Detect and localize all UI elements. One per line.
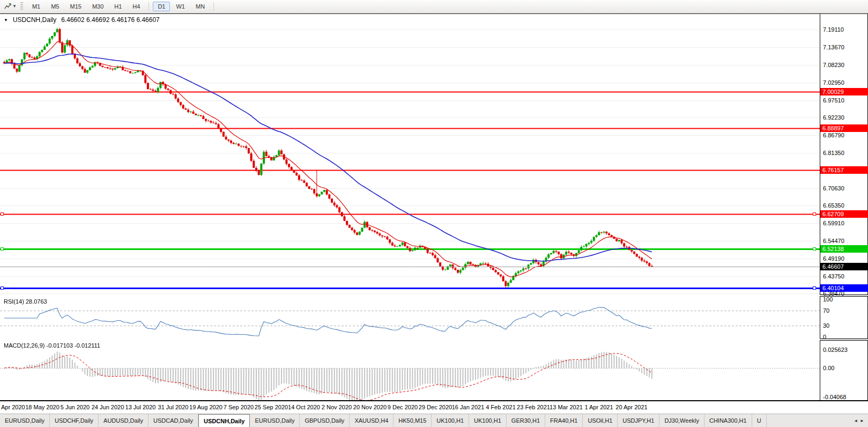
macd-tick: 0.025623 [823, 346, 848, 354]
date-tick-label: 13 Mar 2021 [550, 404, 583, 410]
price-tick: 6.86790 [823, 131, 844, 139]
chart-tab-eurusd-daily[interactable]: EURUSD,Daily [0, 414, 50, 427]
date-tick-label: 29 Dec 2020 [419, 404, 452, 410]
hline-price-badge: 6.88897 [820, 124, 868, 132]
chart-tab-usdcad-daily[interactable]: USDCAD,Daily [149, 414, 198, 427]
chart-tab-uk100-h1[interactable]: UK100,H1 [432, 414, 469, 427]
date-tick-label: 5 Jun 2020 [61, 404, 90, 410]
date-tick-label: 14 Oct 2020 [288, 404, 320, 410]
date-tick-label: 31 Jul 2020 [158, 404, 189, 410]
macd-tick: -0.04068 [823, 393, 846, 401]
rsi-tick: 70 [823, 307, 829, 314]
date-tick-label: 4 Feb 2021 [486, 404, 516, 410]
price-axis[interactable]: 7.191107.136707.082307.029506.975106.922… [820, 14, 868, 401]
chart-title: ▼ USDCNH,Daily 6.46602 6.46692 6.46176 6… [4, 16, 160, 24]
macd-tick: 0.00 [823, 364, 834, 372]
ohlc-values: 6.46602 6.46692 6.46176 6.46607 [61, 16, 160, 24]
price-tick: 6.92230 [823, 114, 844, 121]
date-tick-label: 19 Aug 2020 [189, 404, 222, 410]
chart-tab-uk100-h1[interactable]: UK100,H1 [469, 414, 507, 427]
price-tick: 7.13670 [823, 43, 844, 51]
hline-price-badge: 7.00029 [820, 88, 868, 95]
date-tick-label: 1 Apr 2021 [584, 404, 613, 410]
chart-tab-usdcnh-daily[interactable]: USDCNH,Daily [198, 414, 250, 427]
price-tick: 6.43750 [823, 273, 844, 280]
chart-tab-eurusd-daily[interactable]: EURUSD,Daily [250, 414, 300, 427]
rsi-tick: 30 [823, 322, 829, 329]
price-tick: 7.02950 [823, 79, 844, 86]
chart-tab-usdchf-daily[interactable]: USDCHF,Daily [50, 414, 99, 427]
price-tick: 6.49190 [823, 255, 844, 262]
price-tick: 6.81350 [823, 149, 844, 157]
chart-tab-hk50-m15[interactable]: HK50,M15 [394, 414, 432, 427]
chart-cursor-icon[interactable] [3, 2, 12, 11]
hline-price-badge: 6.40104 [820, 284, 868, 292]
chart-tabs-bar: EURUSD,DailyUSDCHF,DailyAUDUSD,DailyUSDC… [0, 414, 868, 427]
rsi-tick: 0 [823, 333, 826, 341]
chart-tab-audusd-daily[interactable]: AUDUSD,Daily [99, 414, 149, 427]
date-tick-label: 23 Feb 2021 [517, 404, 550, 410]
chart-tab-dj30-weekly[interactable]: DJ30,Weekly [659, 414, 704, 427]
toolbar-dropdown-caret-icon[interactable]: ▼ [12, 4, 17, 9]
timeframe-button-d1[interactable]: D1 [153, 2, 170, 11]
rsi-indicator-label: RSI(14) 28.0763 [3, 298, 48, 305]
price-tick: 6.59910 [823, 219, 844, 227]
date-tick-label: 20 Apr 2021 [615, 404, 647, 410]
chart-tab-china300-h1[interactable]: CHINA300,H1 [704, 414, 752, 427]
chart-tab-usdjpy-h1[interactable]: USDJPY,H1 [618, 414, 659, 427]
chart-tabs: EURUSD,DailyUSDCHF,DailyAUDUSD,DailyUSDC… [0, 414, 767, 427]
date-tick-label: 29 Apr 2020 [0, 404, 25, 410]
price-tick: 6.70630 [823, 185, 844, 192]
toolbar-separator [213, 2, 214, 11]
tab-scroll-arrows: ◄ ► [850, 414, 868, 427]
timeframe-button-m1[interactable]: M1 [27, 2, 45, 11]
price-tick: 6.97510 [823, 97, 844, 104]
chart-canvas[interactable] [0, 14, 820, 400]
tab-scroll-left-icon[interactable]: ◄ [854, 418, 858, 423]
chart-window-bottom-border [0, 400, 868, 401]
date-tick-label: 18 May 2020 [25, 404, 60, 410]
toolbar-grip[interactable] [20, 2, 23, 11]
timeframe-button-h1[interactable]: H1 [109, 2, 127, 11]
date-tick-label: 9 Dec 2020 [388, 404, 418, 410]
trading-platform-window: ▼ M1M5M15M30H1H4D1W1MN ▼ USDCNH,Daily 6.… [0, 0, 868, 427]
price-tick: 7.19110 [823, 26, 844, 33]
date-tick-label: 20 Nov 2020 [353, 404, 387, 410]
symbol-period-label: USDCNH,Daily [13, 16, 56, 24]
timeframe-button-h4[interactable]: H4 [128, 2, 145, 11]
timeframe-button-m15[interactable]: M15 [65, 2, 86, 11]
date-tick-label: 13 Jul 2020 [125, 404, 156, 410]
hline-price-badge: 6.76157 [820, 166, 868, 174]
chart-tab-u[interactable]: U [752, 414, 767, 427]
date-tick-label: 16 Jan 2021 [452, 404, 485, 410]
chart-tab-xauusd-h4[interactable]: XAUUSD,H4 [350, 414, 394, 427]
price-tick: 6.65350 [823, 202, 844, 209]
rsi-tick: 100 [823, 296, 833, 303]
date-tick-label: 25 Sep 2020 [255, 404, 288, 410]
tab-scroll-right-icon[interactable]: ► [860, 418, 864, 423]
collapse-arrow-icon[interactable]: ▼ [4, 18, 8, 23]
macd-indicator-label: MACD(12,26,9) -0.017103 -0.012111 [3, 342, 101, 349]
timeframe-button-m30[interactable]: M30 [87, 2, 108, 11]
chart-tab-gbpusd-daily[interactable]: GBPUSD,Daily [300, 414, 350, 427]
date-tick-label: 7 Sep 2020 [224, 404, 254, 410]
chart-tab-usoil-h1[interactable]: USOil,H1 [583, 414, 618, 427]
date-tick-label: 24 Jun 2020 [92, 404, 124, 410]
toolbar-separator [149, 2, 149, 11]
timeframe-button-m5[interactable]: M5 [46, 2, 64, 11]
current-price-badge: 6.46607 [820, 263, 868, 270]
hline-price-badge: 6.62709 [820, 210, 868, 218]
timeframe-button-w1[interactable]: W1 [171, 2, 190, 11]
price-tick: 7.08230 [823, 61, 844, 69]
top-toolbar: ▼ M1M5M15M30H1H4D1W1MN [0, 0, 868, 13]
price-tick: 6.54470 [823, 237, 844, 245]
date-tick-label: 2 Nov 2020 [322, 404, 352, 410]
chart-tab-ger30-h1[interactable]: GER30,H1 [507, 414, 545, 427]
date-axis[interactable]: 29 Apr 202018 May 20205 Jun 202024 Jun 2… [0, 402, 820, 412]
hline-price-badge: 6.52138 [820, 245, 868, 253]
timeframe-toolbar: M1M5M15M30H1H4D1W1MN [27, 2, 217, 11]
timeframe-button-mn[interactable]: MN [191, 2, 210, 11]
chart-tab-fra40-h1[interactable]: FRA40,H1 [545, 414, 583, 427]
